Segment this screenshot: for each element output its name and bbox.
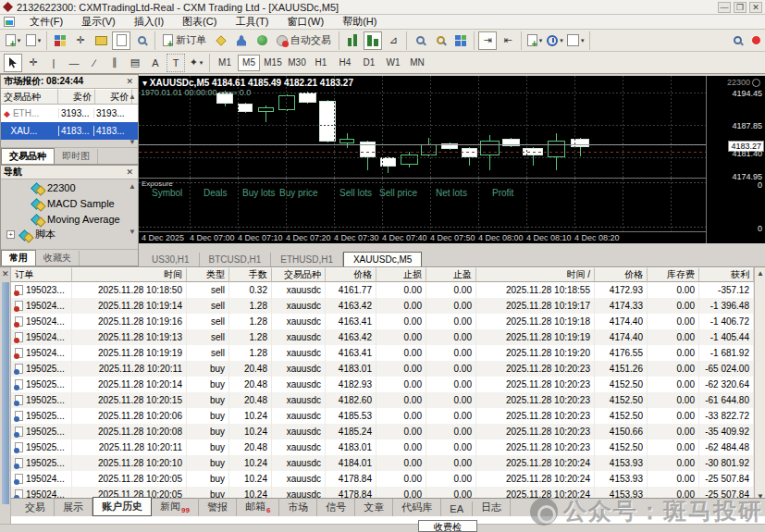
market-watch-scroll-up-icon[interactable]: ▲: [129, 93, 136, 101]
history-col-0[interactable]: 订单: [11, 267, 72, 282]
chart-tab-XAUUSDc-M5[interactable]: XAUUSDc,M5: [343, 252, 422, 267]
navigator-close-icon[interactable]: ✕: [124, 167, 135, 177]
navigator-toggle[interactable]: [92, 31, 110, 50]
expand-icon[interactable]: +: [6, 230, 15, 239]
arrows-tool[interactable]: ✦▾: [187, 54, 205, 72]
navigator-item[interactable]: Moving Average: [1, 211, 138, 227]
history-col-11[interactable]: 获利: [699, 267, 754, 282]
timeframe-W1[interactable]: W1: [382, 55, 404, 71]
history-col-7[interactable]: 止盈: [426, 267, 476, 282]
trendline-tool[interactable]: ∕: [85, 54, 104, 72]
new-chart-button[interactable]: +▾: [4, 31, 22, 50]
history-col-4[interactable]: 交易品种: [272, 267, 326, 282]
chart-tab-US30-H1[interactable]: US30,H1: [142, 253, 200, 266]
timeframe-M1[interactable]: M1: [214, 55, 236, 71]
market-watch-row[interactable]: ↑XAU...4183...4183...: [1, 122, 138, 140]
terminal-tab-账户历史[interactable]: 账户历史: [93, 497, 152, 516]
terminal-toggle[interactable]: [112, 31, 130, 50]
timeframe-MN[interactable]: MN: [406, 55, 428, 71]
periods-button[interactable]: ▾: [546, 31, 564, 50]
minimize-button[interactable]: —: [718, 2, 731, 13]
refresh-button[interactable]: [253, 31, 271, 50]
tile-windows-button[interactable]: [451, 31, 470, 50]
crosshair-tool[interactable]: ✛: [24, 54, 43, 72]
indicators-button[interactable]: +▾: [525, 31, 544, 50]
terminal-tab-信号[interactable]: 信号: [317, 499, 355, 516]
chart-plot-area[interactable]: ▾ XAUUSDc,M5 4184.61 4185.49 4182.21 418…: [139, 76, 706, 178]
chart-tab-BTCUSD-H1[interactable]: BTCUSD,H1: [200, 253, 272, 266]
chart-price-axis[interactable]: 22300 4194.454187.854183.274181.404174.9…: [706, 76, 765, 243]
terminal-tab-邮箱[interactable]: 邮箱6: [237, 498, 279, 516]
timeframe-M5[interactable]: M5: [238, 55, 260, 71]
horizontal-line-tool[interactable]: —: [65, 54, 83, 72]
history-col-6[interactable]: 止损: [376, 267, 426, 282]
timeframe-D1[interactable]: D1: [358, 55, 380, 71]
zoom-in-button[interactable]: [411, 31, 429, 50]
terminal-tab-新闻[interactable]: 新闻99: [152, 498, 199, 516]
history-row[interactable]: 195024...2025.11.28 10:19:13sell1.28xauu…: [11, 329, 754, 345]
timeframe-M15[interactable]: M15: [262, 55, 284, 71]
history-col-1[interactable]: 时间: [72, 267, 187, 282]
history-col-8[interactable]: 时间 /: [476, 267, 595, 282]
strategy-tester-toggle[interactable]: [132, 31, 151, 50]
chart-collapse-icon[interactable]: ▾: [142, 78, 150, 88]
navigator-tab-收藏夹[interactable]: 收藏夹: [36, 251, 80, 266]
fibonacci-tool[interactable]: ▤: [126, 54, 144, 72]
market-watch-tab-交易品种[interactable]: 交易品种: [1, 148, 55, 164]
autotrading-button[interactable]: 自动交易: [273, 31, 335, 50]
history-col-2[interactable]: 类型: [187, 267, 229, 282]
menu-插入I[interactable]: 插入(I): [125, 15, 173, 28]
terminal-tab-交易[interactable]: 交易: [17, 499, 55, 516]
market-watch-col-2[interactable]: 买价: [95, 89, 132, 104]
history-col-9[interactable]: 价格: [595, 267, 648, 282]
navigator-item[interactable]: MACD Sample: [1, 195, 138, 211]
menu-图表C[interactable]: 图表(C): [173, 15, 226, 28]
candlestick-button[interactable]: [364, 31, 382, 50]
market-watch-tab-即时图[interactable]: 即时图: [55, 149, 98, 164]
chart-tab-ETHUSD-H1[interactable]: ETHUSD,H1: [271, 253, 343, 266]
vertical-line-tool[interactable]: |: [44, 54, 63, 72]
history-col-10[interactable]: 库存费: [648, 267, 699, 282]
scroll-up-icon[interactable]: ▲: [757, 269, 764, 278]
terminal-tab-文章[interactable]: 文章: [355, 499, 393, 516]
history-row[interactable]: 195025...2025.11.28 10:20:08buy10.24xauu…: [11, 424, 754, 439]
bar-chart-button[interactable]: [343, 31, 362, 50]
fee-check-box[interactable]: 收费检: [418, 520, 477, 532]
profiles-button[interactable]: ▾: [24, 31, 43, 50]
market-watch-close-icon[interactable]: ✕: [124, 77, 135, 86]
history-row[interactable]: 195025...2025.11.28 10:20:06buy10.24xauu…: [11, 408, 754, 424]
market-watch-scroll-down-icon[interactable]: ▼: [129, 138, 136, 146]
market-watch-col-1[interactable]: 卖价: [58, 89, 95, 104]
publisher-button[interactable]: [232, 31, 251, 50]
terminal-close-icon[interactable]: ✕: [2, 269, 9, 278]
history-row[interactable]: 195024...2025.11.28 10:20:05buy10.24xauu…: [11, 471, 754, 487]
market-watch-row[interactable]: ◆ETH...3193...3193...: [1, 105, 138, 122]
menu-工具T[interactable]: 工具(T): [226, 15, 278, 28]
search-icon[interactable]: [728, 31, 746, 50]
notification-badge[interactable]: [751, 35, 761, 45]
terminal-tab-EA[interactable]: EA: [441, 501, 473, 516]
navigator-item[interactable]: 22300: [1, 179, 138, 195]
history-scrollbar[interactable]: ▲ ▼: [754, 267, 765, 502]
terminal-tab-展示[interactable]: 展示: [55, 499, 93, 516]
history-row[interactable]: 195025...2025.11.28 10:20:10buy10.24xauu…: [11, 455, 754, 471]
restore-button[interactable]: ❐: [734, 2, 746, 13]
terminal-tab-警报[interactable]: 警报: [199, 499, 237, 516]
cursor-tool[interactable]: [4, 54, 22, 72]
navigator-item-scripts[interactable]: +脚本: [1, 227, 138, 242]
history-row[interactable]: 195024...2025.11.28 10:19:19sell1.28xauu…: [11, 345, 754, 361]
terminal-tab-市场[interactable]: 市场: [279, 499, 317, 516]
history-row[interactable]: 195024...2025.11.28 10:19:16sell1.28xauu…: [11, 314, 754, 329]
metaeditor-button[interactable]: [212, 31, 230, 50]
timeframe-H4[interactable]: H4: [334, 55, 356, 71]
chart-time-axis[interactable]: 4 Dec 20254 Dec 07:004 Dec 07:104 Dec 07…: [139, 231, 706, 243]
history-col-5[interactable]: 价格: [326, 267, 376, 282]
navigator-tab-常用[interactable]: 常用: [1, 250, 36, 266]
history-row[interactable]: 195025...2025.11.28 10:20:14buy20.48xauu…: [11, 377, 754, 392]
text-label-tool[interactable]: T: [167, 54, 185, 72]
menu-显示V[interactable]: 显示(V): [72, 15, 125, 28]
menu-文件F[interactable]: 文件(F): [20, 15, 72, 28]
menu-帮助H[interactable]: 帮助(H): [333, 15, 386, 28]
auto-scroll-button[interactable]: ⇥: [478, 31, 497, 50]
history-col-3[interactable]: 手数: [229, 267, 272, 282]
